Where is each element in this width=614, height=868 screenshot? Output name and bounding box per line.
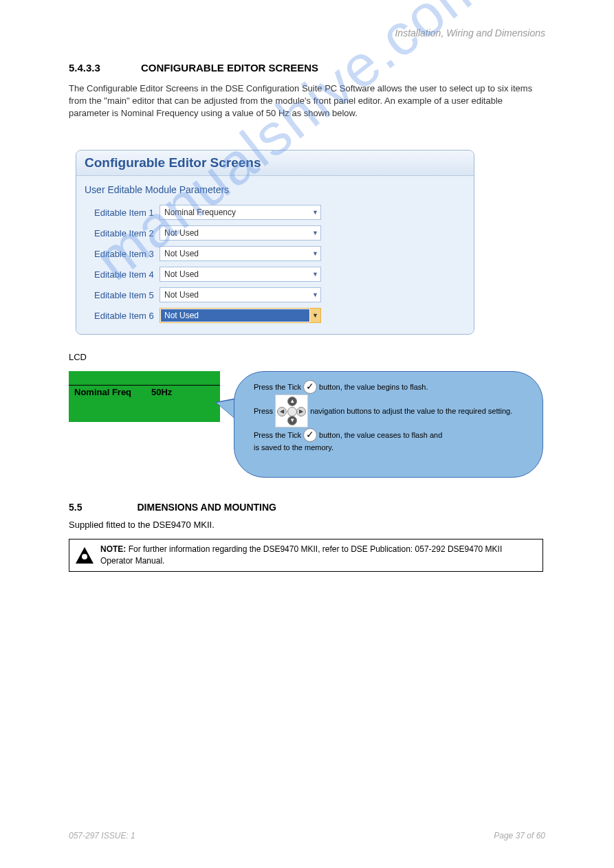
dropdown-value-2: Not Used [160, 228, 310, 238]
callout-text-3a: Press the Tick [254, 430, 301, 440]
section-title: CONFIGURABLE EDITOR SCREENS [141, 62, 318, 74]
dropdown-2[interactable]: Not Used ▼ [160, 225, 321, 241]
lcd-row: Nominal Freq 50Hz [69, 385, 220, 399]
dimensions-number: 5.5 [69, 502, 82, 513]
config-panel: Configurable Editor Screens User Editabl… [76, 150, 474, 335]
item-label-4: Editable Item 4 [94, 269, 160, 280]
dropdown-5[interactable]: Not Used ▼ [160, 287, 321, 302]
warning-note-box: NOTE: For further information regarding … [69, 539, 543, 572]
dropdown-value-1: Nominal Frequency [160, 208, 310, 217]
dropdown-value-5: Not Used [160, 290, 310, 300]
dropdown-value-6: Not Used [161, 309, 309, 322]
dpad-down-icon: ▼ [287, 416, 297, 425]
chevron-down-icon: ▼ [310, 230, 320, 236]
callout-bubble: Press the Tick button, the value begins … [234, 371, 543, 478]
dropdown-3[interactable]: Not Used ▼ [160, 246, 321, 261]
dpad-left-icon: ◀ [277, 407, 287, 416]
chevron-down-icon: ▼ [310, 209, 320, 216]
lcd-display: Nominal Freq 50Hz [69, 371, 220, 422]
callout-text-2a: Press [254, 406, 273, 416]
item-label-1: Editable Item 1 [94, 208, 160, 218]
callout-text-1b: button, the value begins to flash. [319, 382, 428, 392]
item-row-4: Editable Item 4 Not Used ▼ [82, 264, 468, 285]
item-row-3: Editable Item 3 Not Used ▼ [82, 243, 468, 264]
dimensions-text: Supplied fitted to the DSE9470 MKII. [69, 520, 536, 530]
warning-text: NOTE: For further information regarding … [100, 544, 536, 567]
section-intro: The Configurable Editor Screens in the D… [69, 82, 536, 120]
item-row-6: Editable Item 6 Not Used ▼ [82, 305, 468, 326]
item-label-5: Editable Item 5 [94, 290, 160, 300]
warning-triangle-icon [76, 547, 94, 564]
warning-prefix: NOTE: [100, 544, 129, 554]
dropdown-1[interactable]: Nominal Frequency ▼ [160, 205, 321, 220]
panel-body: User Editable Module Parameters Editable… [76, 176, 474, 334]
page-header: Installation, Wiring and Dimensions [395, 27, 545, 38]
dropdown-4[interactable]: Not Used ▼ [160, 267, 321, 282]
dpad-right-icon: ▶ [296, 407, 306, 416]
panel-title: Configurable Editor Screens [76, 151, 474, 176]
lcd-row-title: Nominal Freq [74, 387, 131, 397]
item-row-2: Editable Item 2 Not Used ▼ [82, 223, 468, 243]
dropdown-value-4: Not Used [160, 269, 310, 279]
callout-content: Press the Tick button, the value begins … [234, 372, 542, 461]
callout-text-4: is saved to the memory. [254, 443, 333, 452]
lcd-label: LCD [69, 352, 87, 362]
callout-text-3b: button, the value ceases to flash and [319, 430, 442, 440]
tick-icon [303, 428, 317, 442]
dropdown-6[interactable]: Not Used ▼ [160, 308, 321, 323]
chevron-down-icon: ▼ [310, 271, 320, 278]
lcd-row-value: 50Hz [151, 387, 172, 397]
callout-text-1a: Press the Tick [254, 382, 301, 392]
dimensions-section: 5.5 DIMENSIONS AND MOUNTING Supplied fit… [69, 502, 536, 530]
item-label-6: Editable Item 6 [94, 311, 160, 321]
item-row-1: Editable Item 1 Nominal Frequency ▼ [82, 202, 468, 223]
dpad-center-icon [287, 407, 297, 416]
page-footer: 057-297 ISSUE: 1 Page 37 of 60 [69, 831, 545, 841]
dpad-up-icon: ▲ [287, 397, 297, 406]
callout-text-2b: navigation buttons to adjust the value t… [310, 406, 512, 416]
item-label-3: Editable Item 3 [94, 249, 160, 259]
section-number: 5.4.3.3 [69, 62, 100, 74]
warning-body: For further information regarding the DS… [100, 544, 502, 566]
panel-subtitle: User Editable Module Parameters [82, 180, 468, 202]
tick-icon [303, 380, 317, 394]
item-label-2: Editable Item 2 [94, 228, 160, 238]
chevron-down-icon: ▼ [310, 250, 320, 257]
item-row-5: Editable Item 5 Not Used ▼ [82, 285, 468, 305]
dimensions-title: DIMENSIONS AND MOUNTING [137, 502, 276, 513]
footer-right: Page 37 of 60 [494, 831, 545, 841]
dpad-icon: ▲ ▼ ◀ ▶ [275, 394, 308, 427]
chevron-down-icon: ▼ [310, 291, 320, 298]
footer-left: 057-297 ISSUE: 1 [69, 831, 135, 841]
dropdown-value-3: Not Used [160, 249, 310, 258]
chevron-down-icon: ▼ [310, 309, 320, 322]
